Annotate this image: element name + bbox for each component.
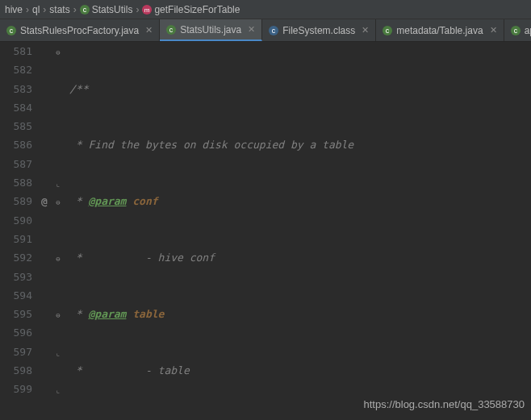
code-line: * - hive conf bbox=[66, 248, 531, 267]
code-area[interactable]: /** * Find the bytes on disk occupied by… bbox=[66, 42, 531, 420]
class-icon: c bbox=[166, 25, 176, 35]
breadcrumb-item[interactable]: m getFileSizeForTable bbox=[142, 4, 240, 15]
chevron-right-icon: › bbox=[136, 4, 139, 15]
fold-toggle-icon[interactable]: ⊖ bbox=[56, 44, 60, 62]
class-icon: c bbox=[6, 26, 16, 35]
tab-overflow[interactable]: c ap bbox=[504, 19, 531, 41]
code-line: * @param table bbox=[66, 305, 531, 323]
fold-end-icon: ⌞ bbox=[56, 344, 60, 363]
svg-text:c: c bbox=[169, 26, 174, 34]
svg-text:c: c bbox=[10, 27, 14, 35]
svg-text:m: m bbox=[144, 6, 150, 14]
tab-metadata-table[interactable]: c metadata/Table.java ✕ bbox=[376, 19, 504, 41]
fold-toggle-icon[interactable]: ⊖ bbox=[56, 250, 60, 268]
chevron-right-icon: › bbox=[26, 4, 29, 15]
code-line: * Find the bytes on disk occupied by a t… bbox=[66, 135, 531, 154]
fold-toggle-icon[interactable]: ⊖ bbox=[56, 193, 60, 212]
code-editor[interactable]: 581 582 583 584 585 586 587 588 589 590 … bbox=[0, 42, 531, 420]
chevron-right-icon: › bbox=[43, 4, 46, 15]
svg-text:c: c bbox=[386, 27, 390, 35]
chevron-right-icon: › bbox=[73, 4, 77, 15]
line-gutter: 581 582 583 584 585 586 587 588 589 590 … bbox=[0, 42, 39, 420]
class-file-icon: c bbox=[269, 26, 278, 35]
breadcrumb-item[interactable]: stats bbox=[49, 4, 69, 15]
fold-gutter: ⊖ ⌞ ⊖ ⊖ ⊖ ⌞ ⌞ bbox=[50, 42, 66, 420]
tab-bar: c StatsRulesProcFactory.java ✕ c StatsUt… bbox=[0, 19, 531, 42]
close-icon[interactable]: ✕ bbox=[362, 25, 369, 35]
fold-toggle-icon[interactable]: ⊖ bbox=[56, 306, 60, 325]
close-icon[interactable]: ✕ bbox=[145, 25, 153, 35]
annotation-gutter: @ bbox=[39, 42, 50, 420]
breadcrumb-item[interactable]: ql bbox=[32, 4, 40, 15]
code-line: /** bbox=[66, 80, 531, 98]
breadcrumb: hive › ql › stats › c StatsUtils › m get… bbox=[0, 0, 531, 19]
tab-stats-utils[interactable]: c StatsUtils.java ✕ bbox=[160, 19, 262, 41]
svg-text:c: c bbox=[272, 27, 276, 35]
breadcrumb-item[interactable]: c StatsUtils bbox=[80, 4, 133, 15]
breadcrumb-item[interactable]: hive bbox=[5, 4, 23, 15]
svg-text:c: c bbox=[82, 6, 86, 14]
fold-end-icon: ⌞ bbox=[56, 175, 60, 193]
tab-stats-rules[interactable]: c StatsRulesProcFactory.java ✕ bbox=[0, 19, 160, 41]
override-marker-icon[interactable]: @ bbox=[39, 192, 50, 210]
class-icon: c bbox=[383, 26, 392, 35]
class-icon: c bbox=[80, 5, 90, 15]
close-icon[interactable]: ✕ bbox=[490, 25, 497, 35]
svg-text:c: c bbox=[513, 27, 517, 35]
code-line: * - table bbox=[66, 361, 531, 380]
method-icon: m bbox=[142, 5, 152, 15]
close-icon[interactable]: ✕ bbox=[248, 24, 255, 35]
fold-end-icon: ⌞ bbox=[56, 381, 60, 400]
code-line: * @param conf bbox=[66, 192, 531, 210]
watermark: https://blog.csdn.net/qq_33588730 bbox=[364, 395, 525, 414]
tab-filesystem[interactable]: c FileSystem.class ✕ bbox=[262, 19, 376, 41]
class-icon: c bbox=[511, 26, 521, 35]
